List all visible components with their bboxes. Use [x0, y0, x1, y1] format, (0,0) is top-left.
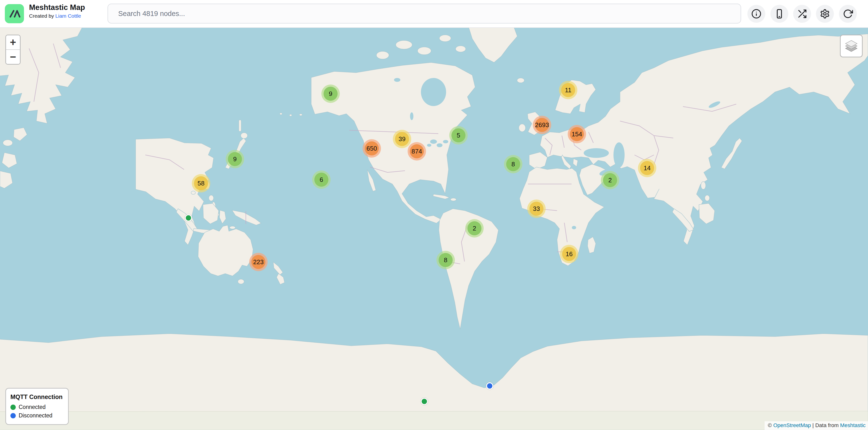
cluster-count: 5	[457, 132, 460, 139]
author-link[interactable]: Liam Cottle	[56, 13, 81, 19]
random-node-button[interactable]	[793, 5, 811, 23]
map-attribution: © OpenStreetMap | Data from Meshtastic	[765, 421, 868, 430]
cluster-marker[interactable]: 2693	[533, 116, 551, 134]
cluster-marker[interactable]: 154	[568, 125, 586, 143]
cluster-inner: 8	[506, 157, 520, 171]
app-title: Meshtastic Map	[29, 2, 85, 12]
cluster-marker[interactable]: 223	[249, 253, 268, 271]
cluster-marker[interactable]: 33	[527, 199, 546, 218]
cluster-marker[interactable]: 8	[436, 251, 455, 269]
meshtastic-link[interactable]: Meshtastic	[840, 422, 866, 428]
cluster-marker[interactable]: 39	[393, 130, 411, 148]
world-map[interactable]	[0, 0, 868, 430]
zoom-out-button[interactable]: −	[6, 50, 20, 64]
device-button[interactable]	[770, 5, 788, 23]
meshtastic-logo	[5, 4, 24, 23]
cluster-inner: 650	[365, 141, 379, 156]
cluster-marker[interactable]: 9	[321, 85, 340, 103]
cluster-inner: 8	[439, 253, 453, 267]
info-button[interactable]	[747, 5, 765, 23]
cluster-count: 650	[366, 145, 377, 152]
shuffle-icon	[797, 9, 807, 19]
mqtt-legend: MQTT Connection Connected Disconnected	[5, 388, 69, 425]
cluster-count: 2693	[535, 121, 549, 129]
node-marker-disconnected[interactable]	[486, 382, 493, 390]
cluster-count: 33	[533, 205, 540, 212]
refresh-icon	[843, 9, 853, 19]
smartphone-icon	[774, 9, 784, 19]
attribution-copyright: ©	[768, 422, 773, 428]
meshtastic-logo-icon	[7, 6, 22, 21]
cluster-count: 223	[253, 258, 264, 266]
cluster-marker[interactable]: 6	[312, 170, 331, 189]
attribution-separator: | Data from	[811, 422, 840, 428]
brand-block: Meshtastic Map Created by Liam Cottle	[29, 2, 85, 19]
cluster-marker[interactable]: 650	[363, 139, 381, 158]
cluster-inner: 6	[314, 173, 329, 187]
cluster-count: 9	[329, 90, 332, 98]
layers-control[interactable]	[840, 35, 863, 57]
connected-dot	[10, 405, 16, 410]
legend-row-connected: Connected	[10, 404, 64, 410]
cluster-count: 9	[233, 156, 237, 163]
layers-icon	[843, 39, 859, 53]
legend-label: Disconnected	[19, 412, 52, 419]
cluster-count: 874	[411, 148, 422, 155]
settings-gear-icon	[820, 9, 830, 19]
cluster-count: 16	[566, 250, 573, 258]
cluster-marker[interactable]: 5	[449, 126, 468, 144]
cluster-inner: 11	[561, 83, 575, 97]
cluster-count: 58	[197, 180, 205, 187]
cluster-inner: 154	[570, 127, 584, 141]
cluster-inner: 9	[323, 87, 338, 101]
cluster-inner: 58	[194, 176, 208, 190]
cluster-inner: 16	[562, 247, 576, 261]
refresh-button[interactable]	[839, 5, 857, 23]
cluster-inner: 33	[529, 202, 544, 216]
cluster-inner: 874	[410, 144, 424, 158]
cluster-marker[interactable]: 11	[559, 81, 578, 99]
settings-button[interactable]	[816, 5, 834, 23]
subtitle-prefix: Created by	[29, 13, 56, 19]
cluster-marker[interactable]: 8	[504, 155, 522, 173]
node-marker-connected[interactable]	[185, 214, 192, 222]
cluster-inner: 2	[467, 221, 482, 235]
zoom-in-button[interactable]: +	[6, 35, 20, 50]
cluster-marker[interactable]: 874	[408, 142, 426, 161]
zoom-control: + −	[5, 35, 21, 65]
cluster-count: 2	[473, 225, 476, 232]
header: Meshtastic Map Created by Liam Cottle	[0, 0, 868, 28]
legend-row-disconnected: Disconnected	[10, 412, 64, 419]
openstreetmap-link[interactable]: OpenStreetMap	[773, 422, 811, 428]
ice-shelf	[0, 411, 868, 430]
cluster-inner: 9	[228, 152, 242, 166]
cluster-count: 6	[320, 176, 323, 184]
cluster-marker[interactable]: 14	[638, 159, 656, 177]
cluster-inner: 5	[452, 128, 465, 142]
cluster-count: 11	[565, 87, 571, 94]
cluster-count: 8	[444, 256, 447, 264]
cluster-marker[interactable]: 9	[226, 150, 244, 168]
cluster-count: 14	[644, 164, 651, 172]
cluster-count: 8	[512, 161, 515, 168]
cluster-inner: 2	[603, 173, 617, 187]
disconnected-dot	[10, 413, 16, 418]
cluster-count: 154	[571, 131, 582, 138]
cluster-count: 39	[399, 135, 406, 143]
legend-label: Connected	[19, 404, 45, 410]
cluster-marker[interactable]: 2	[601, 171, 619, 189]
legend-title: MQTT Connection	[10, 393, 64, 400]
cluster-inner: 223	[251, 255, 266, 269]
app-subtitle: Created by Liam Cottle	[29, 12, 85, 19]
info-icon	[751, 9, 762, 19]
cluster-count: 2	[609, 176, 612, 184]
cluster-marker[interactable]: 2	[465, 219, 484, 237]
cluster-marker[interactable]: 16	[560, 245, 578, 263]
cluster-inner: 39	[395, 132, 409, 146]
search-input[interactable]	[107, 4, 741, 24]
cluster-inner: 2693	[535, 118, 549, 132]
node-marker-connected[interactable]	[421, 398, 428, 405]
cluster-marker[interactable]: 58	[192, 174, 210, 193]
cluster-inner: 14	[640, 161, 654, 175]
